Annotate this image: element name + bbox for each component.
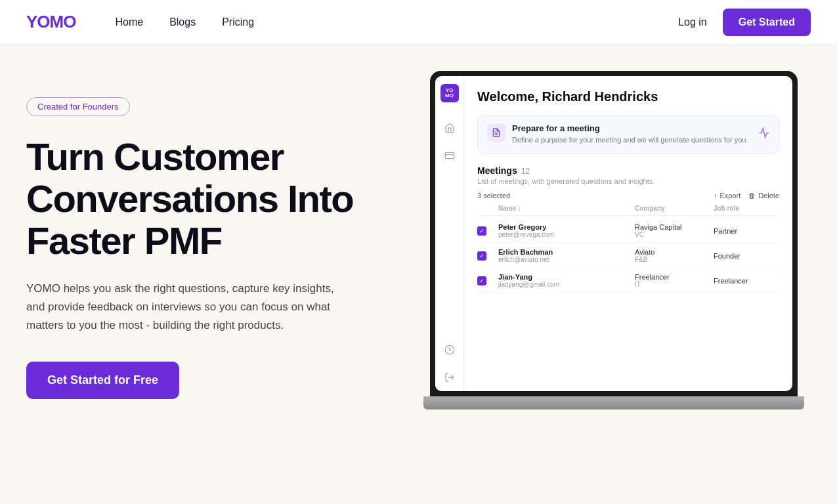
row-name-3: Jian-Yang xyxy=(498,273,635,281)
row-role-3: Freelancer xyxy=(714,277,779,285)
app-logo: YOMO xyxy=(440,84,459,102)
sidebar-home-icon[interactable] xyxy=(442,121,457,135)
delete-icon: 🗑 xyxy=(748,192,756,200)
row-name-2: Erlich Bachman xyxy=(498,248,635,256)
logo[interactable]: YOMO xyxy=(26,12,75,32)
hero-description: YOMO helps you ask the right questions, … xyxy=(26,280,341,335)
row-checkbox-3[interactable]: ✓ xyxy=(477,276,486,285)
hero-right: YOMO xyxy=(394,71,811,410)
sidebar-clock-icon[interactable] xyxy=(442,343,457,357)
meetings-section: Meetings 12 List of meetings, with gener… xyxy=(477,165,779,293)
row-company-sub-1: VC xyxy=(635,231,714,238)
wave-icon xyxy=(758,126,771,142)
col-role[interactable]: Job role xyxy=(714,205,779,212)
nav-links: Home Blogs Pricing xyxy=(115,16,678,28)
prepare-title: Prepare for a meeting xyxy=(512,123,748,133)
row-email-3: jianyang@gmail.com xyxy=(498,281,635,288)
nav-cta-button[interactable]: Get Started xyxy=(723,9,811,36)
selected-count: 3 selected xyxy=(477,192,510,200)
table-actions: 3 selected ↑ Export 🗑 Delete xyxy=(477,192,779,200)
row-checkbox-2[interactable]: ✓ xyxy=(477,251,486,261)
row-company-sub-3: IT xyxy=(635,281,714,288)
app-window: YOMO xyxy=(435,76,792,391)
row-email-2: erlich@aviato.net xyxy=(498,256,635,263)
meetings-subtitle: List of meetings, with generated questio… xyxy=(477,177,779,185)
row-company-sub-2: F&B xyxy=(635,256,714,263)
laptop-screen: YOMO xyxy=(430,71,798,396)
row-company-1: Raviga Capital xyxy=(635,223,714,231)
table-buttons: ↑ Export 🗑 Delete xyxy=(714,192,779,200)
hero-section: Created for Founders Turn Customer Conve… xyxy=(0,45,837,504)
nav-right: Log in Get Started xyxy=(678,9,811,36)
app-layout: YOMO xyxy=(435,76,792,391)
table-row[interactable]: ✓ Peter Gregory peter@revega.com Raviga … xyxy=(477,219,779,243)
meetings-header: Meetings 12 xyxy=(477,165,779,176)
export-icon: ↑ xyxy=(714,192,718,200)
svg-rect-0 xyxy=(445,152,454,158)
delete-label: Delete xyxy=(758,192,779,200)
login-link[interactable]: Log in xyxy=(678,16,707,28)
row-name-1: Peter Gregory xyxy=(498,223,635,231)
meetings-count: 12 xyxy=(521,167,530,176)
navbar: YOMO Home Blogs Pricing Log in Get Start… xyxy=(0,0,837,45)
delete-button[interactable]: 🗑 Delete xyxy=(748,192,779,200)
nav-link-pricing[interactable]: Pricing xyxy=(222,16,254,28)
row-checkbox-1[interactable]: ✓ xyxy=(477,226,486,236)
laptop-mockup: YOMO xyxy=(430,71,811,410)
col-company[interactable]: Company xyxy=(635,205,714,212)
prepare-description: Define a purpose for your meeting and we… xyxy=(512,135,748,145)
app-main-content: Welcome, Richard Hendricks Prepare for a… xyxy=(464,76,792,391)
row-role-1: Partner xyxy=(714,227,779,235)
export-label: Export xyxy=(719,192,740,200)
hero-left: Created for Founders Turn Customer Conve… xyxy=(26,84,394,399)
hero-cta-button[interactable]: Get Started for Free xyxy=(26,362,179,399)
export-button[interactable]: ↑ Export xyxy=(714,192,740,200)
row-role-2: Founder xyxy=(714,252,779,260)
prepare-card[interactable]: Prepare for a meeting Define a purpose f… xyxy=(477,115,779,154)
col-checkbox xyxy=(477,205,498,212)
laptop-base xyxy=(423,396,804,410)
row-company-2: Aviato xyxy=(635,248,714,256)
meetings-title: Meetings xyxy=(477,165,517,176)
prepare-icon xyxy=(487,123,505,142)
table-row[interactable]: ✓ Jian-Yang jianyang@gmail.com Freelance… xyxy=(477,268,779,293)
table-row[interactable]: ✓ Erlich Bachman erlich@aviato.net Aviat… xyxy=(477,243,779,268)
nav-link-blogs[interactable]: Blogs xyxy=(169,16,196,28)
sidebar-logout-icon[interactable] xyxy=(442,370,457,385)
hero-title: Turn Customer Conversations Into Faster … xyxy=(26,136,394,261)
hero-badge: Created for Founders xyxy=(26,97,130,116)
sidebar-card-icon[interactable] xyxy=(442,148,457,163)
row-email-1: peter@revega.com xyxy=(498,231,635,238)
table-header: Name ↓ Company Job role xyxy=(477,205,779,216)
app-welcome-title: Welcome, Richard Hendricks xyxy=(477,89,779,104)
app-sidebar: YOMO xyxy=(435,76,464,391)
row-company-3: Freelancer xyxy=(635,273,714,281)
col-name[interactable]: Name ↓ xyxy=(498,205,635,212)
prepare-text: Prepare for a meeting Define a purpose f… xyxy=(512,123,748,145)
nav-link-home[interactable]: Home xyxy=(115,16,143,28)
